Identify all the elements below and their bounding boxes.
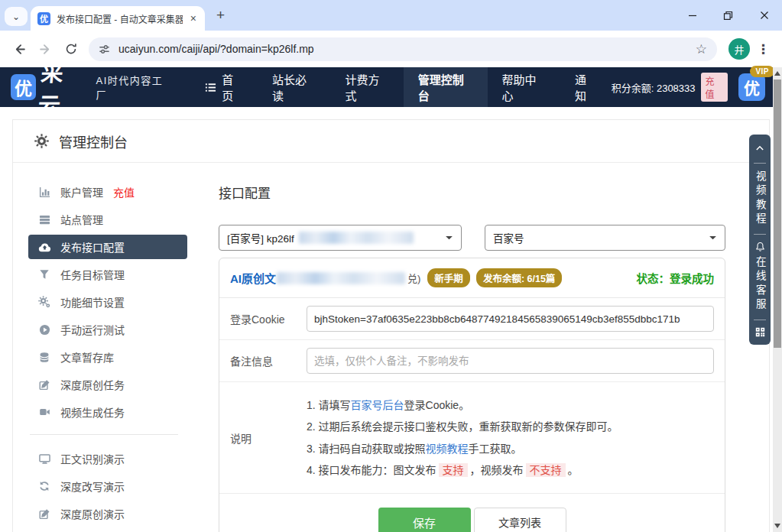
nav-menu: 首页站长必读计费方式管理控制台帮助中心通知 — [190, 67, 612, 107]
sidebar-item-label: 功能细节设置 — [60, 294, 125, 310]
capability-tag: 支持 — [439, 463, 468, 477]
restore-button[interactable] — [710, 0, 746, 31]
sidebar-item-label: 视频生成任务 — [60, 404, 125, 420]
main-panel: 接口配置 [百家号] kp26lf 百家号 AI原创文 兑) 新手期发布余额: — [219, 180, 769, 532]
recharge-badge[interactable]: 充值 — [701, 73, 728, 102]
chart-icon — [37, 187, 51, 198]
scrollbar-thumb[interactable] — [774, 79, 781, 348]
sidebar-item[interactable]: 深度原创任务 — [28, 372, 187, 397]
account-select[interactable]: [百家号] kp26lf — [219, 225, 462, 251]
browser-tab[interactable]: 优 发布接口配置 - 自动文章采集器 × — [31, 6, 205, 31]
new-tab-button[interactable]: + — [216, 7, 225, 24]
scrollbar-down-icon[interactable] — [774, 524, 780, 528]
platform-select[interactable]: 百家号 — [485, 225, 725, 251]
user-avatar[interactable]: 优 VIP — [738, 73, 765, 101]
online-service-link[interactable]: 在线客服 — [754, 256, 765, 313]
sidebar-divider — [30, 434, 178, 435]
nav-item-1[interactable]: 首页 — [190, 67, 258, 107]
edit-icon — [37, 508, 51, 520]
save-button[interactable]: 保存 — [378, 508, 471, 532]
user-avatar-char: 优 — [744, 76, 760, 99]
console-card: 管理控制台 账户管理充值站点管理发布接口配置任务目标管理功能细节设置手动运行测试… — [12, 119, 770, 532]
reload-icon — [65, 43, 77, 55]
interface-config-card: AI原创文 兑) 新手期发布余额: 6/15篇 状态：登录成功 登录Cookie… — [219, 258, 725, 532]
sidebar-item-label: 手动运行测试 — [60, 322, 125, 337]
instructions-row: 说明 1. 请填写百家号后台登录Cookie。2. 过期后系统会提示接口鉴权失败… — [219, 382, 725, 494]
nav-item-label: 计费方式 — [345, 71, 388, 103]
tab-close-icon[interactable]: × — [189, 13, 198, 24]
sidebar-item-label: 站点管理 — [60, 212, 103, 227]
tab-search-button[interactable]: ⌄ — [5, 7, 28, 26]
minimize-button[interactable] — [674, 0, 710, 31]
sidebar-item[interactable]: 发布接口配置 — [28, 235, 187, 259]
sidebar-item[interactable]: 任务目标管理 — [28, 262, 187, 287]
sidebar: 账户管理充值站点管理发布接口配置任务目标管理功能细节设置手动运行测试文章暂存库深… — [28, 180, 187, 532]
note-input[interactable] — [307, 348, 714, 374]
chevron-up-icon[interactable] — [754, 144, 765, 151]
close-button[interactable] — [746, 0, 782, 31]
badges-group: 新手期发布余额: 6/15篇 — [427, 268, 562, 287]
browser-profile-avatar[interactable]: 井 — [728, 38, 750, 60]
note-row: 备注信息 — [219, 340, 725, 382]
inline-link[interactable]: 百家号后台 — [351, 399, 404, 411]
article-list-button[interactable]: 文章列表 — [474, 508, 566, 532]
url-text: ucaiyun.com/caiji/api/?domain=kp26lf.mp — [118, 43, 687, 55]
nav-item-6[interactable]: 通知 — [560, 67, 612, 107]
sidebar-item-label: 深度改写演示 — [60, 478, 125, 494]
nav-item-4[interactable]: 管理控制台 — [404, 67, 488, 107]
instruction-text: 手工获取。 — [469, 443, 522, 455]
status-badge: 状态：登录成功 — [637, 270, 715, 286]
sidebar-item[interactable]: 账户管理充值 — [28, 180, 187, 204]
sidebar-item[interactable]: 手动运行测试 — [28, 317, 187, 342]
video-tutorial-link[interactable]: 视频教程 — [754, 170, 765, 227]
video-icon — [37, 407, 51, 417]
window-controls — [674, 0, 782, 31]
cookie-label: 登录Cookie — [230, 311, 307, 326]
browser-toolbar: ucaiyun.com/caiji/api/?domain=kp26lf.mp … — [0, 31, 782, 67]
sidebar-item[interactable]: 正文识别演示 — [28, 446, 187, 471]
nav-item-label: 通知 — [575, 71, 597, 103]
sidebar-item[interactable]: 深度改写演示 — [28, 474, 187, 498]
bookmark-star-icon[interactable]: ☆ — [696, 43, 707, 56]
console-header: 管理控制台 — [13, 120, 769, 163]
url-bar[interactable]: ucaiyun.com/caiji/api/?domain=kp26lf.mp … — [89, 37, 717, 61]
list-icon — [205, 82, 216, 93]
sidebar-item[interactable]: 站点管理 — [28, 207, 187, 232]
brand-logo-icon[interactable]: 优 — [11, 74, 36, 100]
instruction-text: 4. 接口发布能力：图文发布 — [307, 464, 436, 476]
sidebar-item[interactable]: 视频生成任务 — [28, 400, 187, 424]
instruction-line: 4. 接口发布能力：图文发布支持，视频发布不支持。 — [307, 462, 714, 478]
buttons-row: 保存 文章列表 — [219, 494, 725, 532]
panel-divider — [754, 163, 766, 164]
qr-code-icon[interactable] — [755, 327, 765, 337]
nav-item-5[interactable]: 帮助中心 — [488, 67, 560, 107]
bell-icon — [755, 242, 765, 251]
instruction-text: 3. 请扫码自动获取或按照 — [307, 443, 426, 455]
sidebar-recharge-badge[interactable]: 充值 — [113, 184, 135, 200]
instructions-label: 说明 — [230, 430, 307, 446]
play-icon — [37, 324, 51, 336]
nav-item-3[interactable]: 计费方式 — [330, 67, 403, 107]
instruction-text: ，视频发布 — [470, 464, 524, 476]
capability-tag: 不支持 — [526, 463, 566, 477]
instruction-text: 。 — [568, 464, 579, 476]
sidebar-item[interactable]: 深度原创演示 — [28, 501, 187, 526]
account-name: AI原创文 — [230, 270, 276, 286]
cookie-input[interactable] — [307, 306, 714, 332]
sidebar-item[interactable]: 文章暂存库 — [28, 345, 187, 369]
restore-icon — [723, 11, 733, 21]
back-icon — [13, 43, 26, 56]
scrollbar-up-icon[interactable] — [774, 71, 780, 76]
cookie-row: 登录Cookie — [219, 298, 725, 340]
brand-logo-text[interactable]: 采云 — [37, 55, 89, 119]
server-icon — [37, 214, 51, 225]
instruction-text: 1. 请填写 — [307, 399, 351, 411]
nav-item-2[interactable]: 站长必读 — [258, 67, 330, 107]
browser-menu-icon[interactable]: ⋮ — [757, 41, 770, 57]
forward-icon — [39, 43, 52, 56]
sidebar-item[interactable]: 功能细节设置 — [28, 290, 187, 314]
browser-titlebar: ⌄ 优 发布接口配置 - 自动文章采集器 × + — [0, 0, 782, 31]
back-button[interactable] — [6, 36, 32, 62]
inline-link[interactable]: 视频教程 — [426, 443, 469, 455]
page-scrollbar[interactable] — [773, 67, 782, 532]
